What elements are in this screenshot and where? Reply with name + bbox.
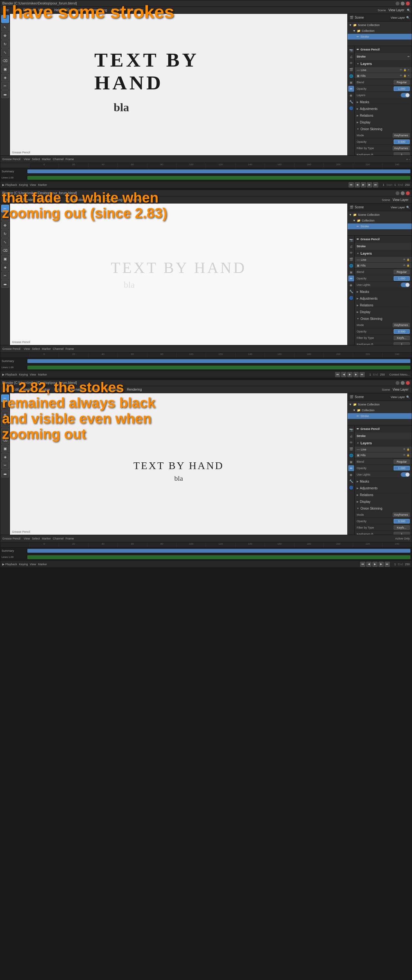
layer-fills-lock-3[interactable]: 🔒 [407, 453, 410, 457]
kfb-val-1[interactable]: 1 [394, 153, 410, 156]
view-menu-3[interactable]: View [24, 537, 30, 540]
playback-label-2[interactable]: ▶ Playback [2, 373, 17, 376]
menu-window-2[interactable]: Window [37, 197, 52, 202]
tree-scene-collection-1[interactable]: ▼ 📁 Scene Collection [348, 22, 412, 28]
tree-stroke-2[interactable]: ✏ Stroke [348, 223, 412, 229]
fill-tool-3[interactable]: ▣ [1, 445, 9, 452]
tree-collection-1[interactable]: ▼ 📁 Collection [348, 28, 412, 34]
erase-tool-3[interactable]: ⌫ [1, 436, 9, 444]
tree-stroke-3[interactable]: ✏ Stroke [348, 413, 412, 419]
rel-header-2[interactable]: ▶ Relations [355, 302, 412, 308]
menu-scripting-1[interactable]: Scripting [109, 8, 126, 13]
fill-tool-1[interactable]: ▣ [1, 65, 9, 73]
menu-render-1[interactable]: Render [21, 8, 36, 13]
pi-world-3[interactable]: 🌐 [348, 452, 354, 458]
tl-plus-1[interactable]: + [406, 158, 408, 161]
menu-file-1[interactable]: File [2, 8, 11, 13]
cut-tool-1[interactable]: ✂ [1, 82, 9, 90]
select-tool-2[interactable]: ↖ [1, 213, 9, 221]
marker-label-2[interactable]: Marker [38, 373, 47, 376]
tl-minus-1[interactable]: - [409, 158, 410, 161]
maximize-btn-2[interactable] [401, 191, 405, 195]
opacity-value-3[interactable]: 1.000 [394, 466, 410, 470]
next-key-3[interactable]: ▶ [378, 562, 384, 567]
adj-header-3[interactable]: ▶ Adjustments [355, 485, 412, 491]
pi-view-1[interactable]: 👁 [348, 60, 354, 66]
jump-start-1[interactable]: ⏮ [348, 182, 354, 188]
onion-header-1[interactable]: ▼ Onion Skinning [355, 126, 412, 132]
layer-fills-2[interactable]: ▣ Fills 👁 🔒 [355, 262, 412, 269]
draw-tool-2[interactable]: ✏ [1, 205, 9, 213]
menu-comp-2[interactable]: Compositing [103, 197, 125, 202]
eyedrop-tool-2[interactable]: 🕳 [1, 280, 9, 288]
select-tool-1[interactable]: ↖ [1, 24, 9, 31]
pi-scene-2[interactable]: 🎬 [348, 256, 354, 262]
menu-viewlayer-1[interactable]: View Layer [386, 8, 406, 13]
tint-tool-3[interactable]: ◈ [1, 453, 9, 461]
view-label-2[interactable]: View [30, 373, 36, 376]
search-outliner-2[interactable]: 🔍 [406, 206, 410, 209]
minimize-btn-1[interactable] [396, 2, 399, 5]
menu-edit-3[interactable]: Edit [11, 387, 21, 392]
eyedrop-tool-1[interactable]: 🕳 [1, 90, 9, 98]
marker-label-1[interactable]: Marker [38, 183, 47, 186]
search-outliner-1[interactable]: 🔍 [406, 16, 410, 19]
keying-label-1[interactable]: Keying [19, 183, 28, 186]
blend-value-1[interactable]: Regular [394, 80, 410, 84]
close-btn-1[interactable] [406, 2, 410, 5]
pi-scene-3[interactable]: 🎬 [348, 446, 354, 452]
end-frame-3[interactable]: 250 [405, 563, 410, 566]
menu-edit-2[interactable]: Edit [11, 197, 21, 202]
adj-header-2[interactable]: ▶ Adjustments [355, 295, 412, 302]
erase-tool-1[interactable]: ⌫ [1, 57, 9, 65]
tree-collection-3[interactable]: ▼ 📁 Collection [348, 407, 412, 413]
use-lights-toggle-3[interactable] [401, 473, 410, 477]
current-frame-3[interactable]: 1 [394, 563, 396, 566]
display-header-1[interactable]: ▶ Display [355, 119, 412, 126]
select-menu-1[interactable]: Select [32, 158, 40, 161]
channel-menu-1[interactable]: Channel [53, 158, 64, 161]
pi-render-2[interactable]: 📷 [348, 237, 354, 243]
menu-file-3[interactable]: File [2, 387, 11, 392]
rotate-tool-1[interactable]: ↻ [1, 40, 9, 48]
keying-label-2[interactable]: Keying [19, 373, 28, 376]
start-frame-1[interactable]: 1 [394, 183, 396, 186]
pi-world-2[interactable]: 🌐 [348, 262, 354, 269]
pi-render-3[interactable]: 📷 [348, 427, 354, 433]
onion-op-val-1[interactable]: 0.500 [394, 140, 410, 144]
blend-value-2[interactable]: Regular [394, 270, 410, 274]
tint-tool-2[interactable]: ◈ [1, 263, 9, 271]
pi-output-2[interactable]: 🖨 [348, 243, 354, 249]
disp-header-3[interactable]: ▶ Display [355, 498, 412, 505]
close-btn-3[interactable] [406, 381, 410, 385]
onion-header-3[interactable]: ▼ Onion Skinning [355, 505, 412, 512]
frame-menu-2[interactable]: Frame [65, 347, 74, 350]
tree-scene-collection-3[interactable]: ▼ 📁 Scene Collection [348, 402, 412, 407]
marker-menu-3[interactable]: Marker [42, 537, 51, 540]
jump-end-2[interactable]: ⏭ [359, 372, 365, 377]
menu-canvas-3[interactable]: Canvas [87, 387, 102, 392]
menu-help-2[interactable]: Help [53, 197, 63, 202]
use-lights-toggle-2[interactable] [401, 283, 410, 287]
opacity-value-2[interactable]: 1.000 [394, 276, 410, 281]
draw-tool-1[interactable]: ✏ [1, 15, 9, 23]
layer-fills-hide-1[interactable]: ✕ [407, 74, 410, 77]
filter-val-3[interactable]: Keyfs... [394, 525, 410, 530]
masks-header-1[interactable]: ▶ Masks [355, 99, 412, 105]
view-menu-2[interactable]: View [24, 347, 30, 350]
menu-render-2[interactable]: Render [21, 197, 36, 202]
menu-2danim-1[interactable]: 2D Animation [64, 8, 86, 13]
pi-obj-1[interactable]: ▣ [348, 80, 354, 85]
pi-vfx-1[interactable]: 🌀 [348, 105, 354, 111]
adjustments-header-1[interactable]: ▶ Adjustments [355, 105, 412, 112]
frame-menu-1[interactable]: Frame [65, 158, 74, 161]
draw-tool-3[interactable]: ✏ [1, 395, 9, 402]
onion-mode-val-2[interactable]: Keyframes [393, 323, 410, 327]
layer-fills-vis-3[interactable]: 👁 [403, 453, 406, 457]
menu-window-3[interactable]: Window [37, 387, 52, 392]
menu-edit-1[interactable]: Edit [11, 8, 21, 13]
move-tool-3[interactable]: ✥ [1, 411, 9, 419]
pi-obj-2[interactable]: ▣ [348, 269, 354, 275]
jump-end-3[interactable]: ⏭ [385, 562, 390, 567]
keying-label-3[interactable]: Keying [19, 563, 28, 566]
